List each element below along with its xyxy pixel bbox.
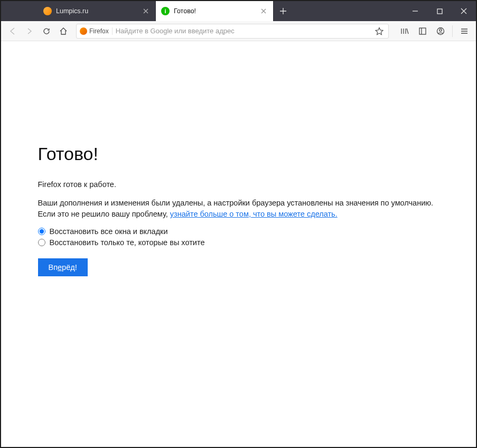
svg-point-3 xyxy=(439,29,442,31)
close-icon[interactable] xyxy=(142,7,150,15)
ready-text: Firefox готов к работе. xyxy=(38,179,439,190)
minimize-button[interactable] xyxy=(403,1,427,21)
page-heading: Готово! xyxy=(38,144,439,164)
toolbar: Firefox xyxy=(1,21,476,41)
content-area: Готово! Firefox готов к работе. Ваши доп… xyxy=(1,41,476,447)
window-controls xyxy=(403,1,476,21)
tab-ready[interactable]: i Готово! xyxy=(156,1,274,21)
svg-rect-0 xyxy=(437,9,442,14)
details-text: Ваши дополнения и изменения были удалены… xyxy=(38,198,439,220)
lumpics-icon xyxy=(43,7,52,15)
page-body: Готово! Firefox готов к работе. Ваши доп… xyxy=(38,64,439,276)
maximize-button[interactable] xyxy=(427,1,452,21)
menu-button[interactable] xyxy=(456,23,473,39)
tab-title: Lumpics.ru xyxy=(56,7,142,15)
radio-restore-all[interactable]: Восстановить все окна и вкладки xyxy=(38,227,439,236)
radio-restore-all-input[interactable] xyxy=(38,228,45,235)
identity-label: Firefox xyxy=(89,27,109,35)
close-icon[interactable] xyxy=(259,7,268,15)
tab-title: Готово! xyxy=(174,7,259,15)
radio-restore-some-label: Восстановить только те, которые вы хотит… xyxy=(50,238,205,247)
forward-button[interactable] xyxy=(21,23,38,39)
tabs-container: Lumpics.ru i Готово! xyxy=(38,1,293,21)
url-bar[interactable]: Firefox xyxy=(76,24,389,39)
radio-restore-some[interactable]: Восстановить только те, которые вы хотит… xyxy=(38,238,439,247)
radio-restore-some-input[interactable] xyxy=(38,239,45,246)
tab-lumpics[interactable]: Lumpics.ru xyxy=(38,1,156,21)
radio-restore-all-label: Восстановить все окна и вкладки xyxy=(50,227,168,236)
reload-button[interactable] xyxy=(38,23,55,39)
sidebar-button[interactable] xyxy=(414,23,431,39)
toolbar-right xyxy=(396,23,473,39)
close-window-button[interactable] xyxy=(452,1,476,21)
btn-underline: е xyxy=(58,263,62,272)
tab-bar: Lumpics.ru i Готово! xyxy=(1,1,476,21)
library-button[interactable] xyxy=(396,23,413,39)
home-button[interactable] xyxy=(55,23,72,39)
account-button[interactable] xyxy=(432,23,449,39)
address-input[interactable] xyxy=(116,27,373,35)
btn-pre: Вп xyxy=(49,263,58,272)
separator xyxy=(452,25,453,37)
btn-post: рёд! xyxy=(62,263,77,272)
forward-action-button[interactable]: Вперёд! xyxy=(38,258,88,276)
bookmark-star-icon[interactable] xyxy=(373,25,385,37)
new-tab-button[interactable] xyxy=(274,1,293,21)
identity-box[interactable]: Firefox xyxy=(80,27,113,35)
firefox-icon xyxy=(80,27,87,35)
info-icon: i xyxy=(161,7,170,15)
back-button[interactable] xyxy=(4,23,21,39)
restore-options: Восстановить все окна и вкладки Восстано… xyxy=(38,227,439,247)
learn-more-link[interactable]: узнайте больше о том, что вы можете сдел… xyxy=(170,210,338,218)
svg-rect-1 xyxy=(419,28,426,34)
